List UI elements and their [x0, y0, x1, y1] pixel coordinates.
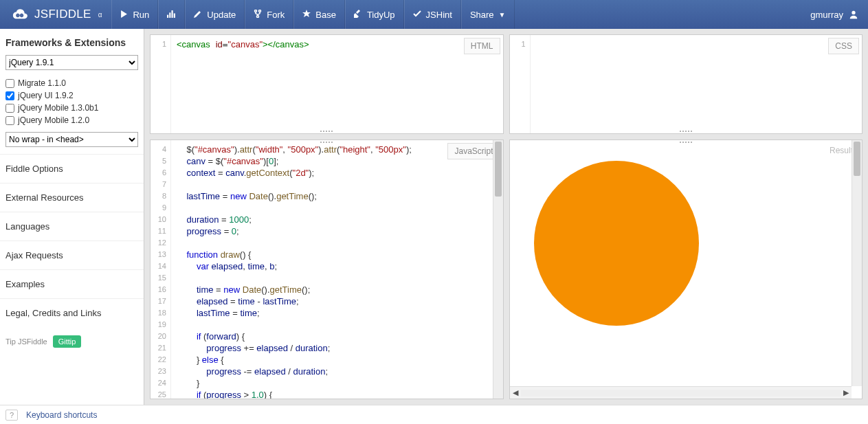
stats-icon — [167, 10, 176, 20]
topbar: JSFIDDLE α RunUpdateForkBaseTidyUpJSHint… — [0, 0, 868, 29]
brand-name: JSFIDDLE — [34, 8, 91, 21]
sidebar-link-languages[interactable]: Languages — [0, 212, 144, 241]
base-button[interactable]: Base — [293, 0, 345, 29]
footer: ? Keyboard shortcuts — [0, 405, 868, 424]
result-h-scrollbar[interactable]: ◀ ▶ — [510, 386, 852, 399]
tip-label: Tip JSFiddle — [5, 337, 47, 346]
tidy-button[interactable]: TidyUp — [345, 0, 404, 29]
toolbar: RunUpdateForkBaseTidyUpJSHintShare▼ — [111, 0, 514, 29]
js-scrollbar[interactable] — [493, 140, 503, 399]
result-pane: Result ◀ ▶ — [509, 140, 863, 399]
update-button[interactable]: Update — [185, 0, 245, 29]
sidebar-link-examples[interactable]: Examples — [0, 269, 144, 298]
chevron-down-icon: ▼ — [499, 11, 506, 19]
js-pane[interactable]: 4567891011121314151617181920212223242526… — [150, 140, 504, 399]
sidebar-link-ajax-requests[interactable]: Ajax Requests — [0, 241, 144, 269]
extension-3[interactable]: jQuery Mobile 1.2.0 — [0, 114, 144, 126]
broom-icon — [354, 10, 362, 20]
pencil-icon — [194, 10, 202, 20]
main: Frameworks & Extensions jQuery 1.9.1 Mig… — [0, 29, 868, 405]
extension-checkbox[interactable] — [5, 104, 14, 113]
sidebar-link-fiddle-options[interactable]: Fiddle Options — [0, 154, 144, 183]
resize-grip[interactable] — [320, 142, 333, 143]
sidebar-links: Fiddle OptionsExternal ResourcesLanguage… — [0, 154, 144, 327]
html-gutter: 1 — [151, 35, 171, 133]
sidebar-link-external-resources[interactable]: External Resources — [0, 183, 144, 212]
html-label: HTML — [464, 38, 500, 54]
tip-line: Tip JSFiddle Gittip — [0, 327, 144, 356]
extension-2[interactable]: jQuery Mobile 1.3.0b1 — [0, 102, 144, 114]
css-pane[interactable]: 1 CSS — [509, 34, 863, 134]
svg-point-6 — [257, 15, 259, 17]
share-button[interactable]: Share▼ — [461, 0, 515, 29]
html-code[interactable]: <canvas id="canvas"></canvas> — [171, 35, 503, 133]
scroll-left-icon[interactable]: ◀ — [510, 388, 521, 397]
jshint-button[interactable]: JSHint — [404, 0, 461, 29]
css-gutter: 1 — [510, 35, 531, 133]
resize-grip[interactable] — [320, 131, 333, 132]
sidebar: Frameworks & Extensions jQuery 1.9.1 Mig… — [0, 29, 144, 405]
svg-point-7 — [852, 11, 855, 14]
css-code[interactable] — [531, 35, 863, 133]
sidebar-heading: Frameworks & Extensions — [0, 29, 144, 55]
extension-checkbox[interactable] — [5, 91, 14, 100]
extensions-list: Migrate 1.1.0jQuery UI 1.9.2jQuery Mobil… — [0, 77, 144, 126]
logo-block[interactable]: JSFIDDLE α — [0, 0, 111, 29]
user-icon — [849, 10, 858, 19]
orange-circle — [534, 161, 699, 326]
svg-rect-0 — [167, 14, 168, 17]
gittip-pill[interactable]: Gittip — [53, 335, 82, 348]
svg-rect-2 — [172, 10, 173, 18]
fork-button[interactable]: Fork — [245, 0, 293, 29]
js-gutter: 4567891011121314151617181920212223242526… — [151, 140, 171, 399]
brand-suffix: α — [98, 11, 102, 19]
user-menu[interactable]: gmurray — [801, 0, 868, 29]
extension-checkbox[interactable] — [5, 116, 14, 125]
cloud-icon — [10, 8, 29, 21]
play-icon — [120, 10, 128, 20]
svg-rect-3 — [174, 13, 175, 18]
svg-rect-1 — [170, 12, 171, 18]
extension-0[interactable]: Migrate 1.1.0 — [0, 77, 144, 89]
scroll-right-icon[interactable]: ▶ — [841, 388, 852, 397]
result-canvas — [510, 140, 863, 399]
svg-point-4 — [255, 10, 257, 12]
fork-icon — [254, 10, 262, 20]
editors-grid: 1 <canvas id="canvas"></canvas> HTML 1 C… — [144, 29, 868, 405]
resize-grip[interactable] — [680, 142, 692, 143]
run-button[interactable]: Run — [111, 0, 158, 29]
html-pane[interactable]: 1 <canvas id="canvas"></canvas> HTML — [150, 34, 504, 134]
wrap-select[interactable]: No wrap - in <head> — [5, 132, 138, 147]
user-name: gmurray — [810, 10, 843, 20]
keyboard-shortcuts-link[interactable]: Keyboard shortcuts — [26, 410, 97, 420]
resize-grip[interactable] — [680, 131, 692, 132]
stats-button[interactable] — [158, 0, 185, 29]
result-v-scrollbar[interactable] — [852, 140, 862, 386]
js-code[interactable]: $("#canvas").attr("width", "500px").attr… — [171, 140, 503, 399]
sidebar-link-legal-credits-and-links[interactable]: Legal, Credits and Links — [0, 298, 144, 327]
star-icon — [302, 10, 311, 20]
svg-point-5 — [259, 10, 261, 12]
help-icon[interactable]: ? — [5, 410, 18, 421]
css-label: CSS — [828, 38, 859, 54]
extension-1[interactable]: jQuery UI 1.9.2 — [0, 89, 144, 102]
extension-checkbox[interactable] — [5, 79, 14, 88]
framework-select[interactable]: jQuery 1.9.1 — [5, 55, 138, 70]
check-icon — [413, 10, 421, 20]
